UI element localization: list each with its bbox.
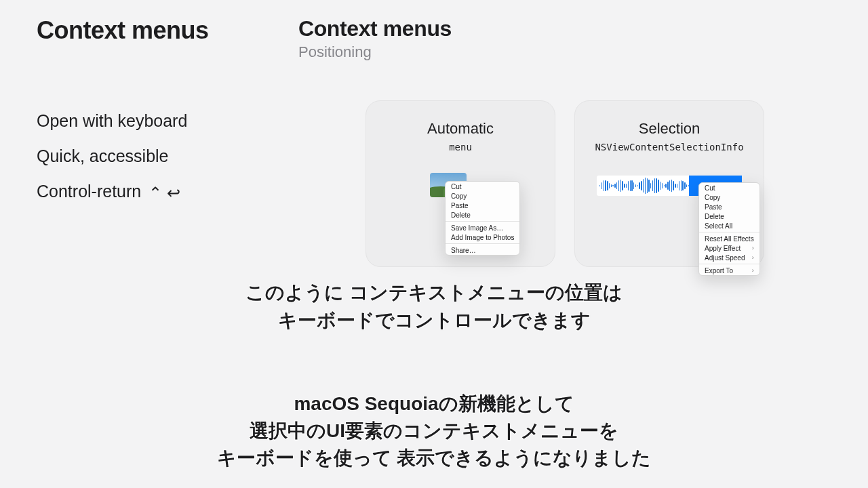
page-title: Context menus <box>37 16 267 45</box>
caption-line: 選択中のUI要素のコンテキストメニューを <box>0 418 868 445</box>
menu-item-label: Export To <box>705 267 733 274</box>
menu-item-reset-effects[interactable]: Reset All Effects <box>699 234 760 243</box>
card-title: Automatic <box>366 120 555 138</box>
card-subtitle: menu <box>366 142 555 152</box>
caption-block-1: このように コンテキストメニューの位置は キーボードでコントロールできます <box>0 279 868 334</box>
caption-line: キーボードを使って 表示できるようになりました <box>0 445 868 472</box>
context-menu-selection[interactable]: Cut Copy Paste Delete Select All Reset A… <box>698 182 760 276</box>
menu-item-copy[interactable]: Copy <box>446 191 519 201</box>
menu-item-export-to[interactable]: Export To › <box>699 266 760 275</box>
menu-item-add-photos[interactable]: Add Image to Photos <box>446 232 519 242</box>
caption-line: macOS Sequoiaの新機能として <box>0 390 868 418</box>
menu-item-select-all[interactable]: Select All <box>699 221 760 230</box>
chevron-right-icon: › <box>752 254 754 261</box>
menu-item-paste[interactable]: Paste <box>699 202 760 211</box>
menu-item-apply-effect[interactable]: Apply Effect › <box>699 243 760 253</box>
section-title: Context menus <box>298 16 831 41</box>
bullet-list: Open with keyboard Quick, accessible Con… <box>37 110 267 203</box>
chevron-right-icon: › <box>752 267 754 274</box>
menu-item-cut[interactable]: Cut <box>699 183 760 192</box>
menu-item-delete[interactable]: Delete <box>446 210 519 220</box>
section-subtitle: Positioning <box>298 43 831 61</box>
menu-item-share[interactable]: Share… <box>446 245 519 255</box>
bullet-item: Quick, accessible <box>37 145 267 168</box>
menu-item-adjust-speed[interactable]: Adjust Speed › <box>699 253 760 262</box>
menu-item-label: Apply Effect <box>705 245 741 252</box>
bullet-item: Control-return ⌃ ↩ <box>37 180 267 203</box>
bullet-item: Open with keyboard <box>37 110 267 133</box>
menu-item-save-image[interactable]: Save Image As… <box>446 223 519 232</box>
card-automatic: Automatic menu Cut Copy Paste Delete Sav… <box>366 100 555 267</box>
menu-item-label: Adjust Speed <box>705 254 745 262</box>
menu-item-delete[interactable]: Delete <box>699 211 760 221</box>
caption-line: このように コンテキストメニューの位置は <box>0 279 868 307</box>
context-menu-automatic[interactable]: Cut Copy Paste Delete Save Image As… Add… <box>445 181 520 256</box>
card-selection: Selection NSViewContentSelectionInfo Cut… <box>574 100 764 267</box>
caption-line: キーボードでコントロールできます <box>0 307 868 335</box>
keyboard-shortcut-icon: ⌃ ↩ <box>149 184 180 202</box>
chevron-right-icon: › <box>752 245 754 251</box>
menu-item-cut[interactable]: Cut <box>446 182 519 191</box>
menu-item-copy[interactable]: Copy <box>699 192 760 202</box>
bullet-label: Control-return <box>37 182 141 201</box>
card-subtitle: NSViewContentSelectionInfo <box>575 142 764 152</box>
card-title: Selection <box>575 120 764 138</box>
menu-item-paste[interactable]: Paste <box>446 201 519 210</box>
caption-block-2: macOS Sequoiaの新機能として 選択中のUI要素のコンテキストメニュー… <box>0 390 868 471</box>
